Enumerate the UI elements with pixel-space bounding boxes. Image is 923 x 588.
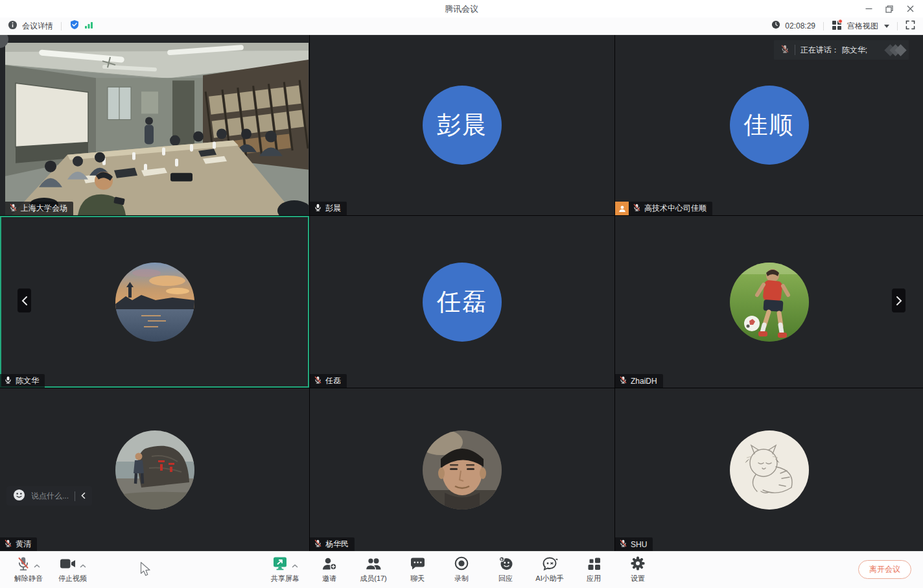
members-button[interactable]: 成员(17) [358,556,388,583]
network-signal-icon[interactable] [84,20,93,32]
avatar: 彭晨 [423,86,502,165]
mic-muted-icon [780,44,789,56]
tile-jiashun[interactable]: 佳顺 高技术中心司佳顺 [615,35,923,215]
view-mode-selector[interactable]: 宫格视图 [847,21,878,32]
tile-yanghuamin[interactable]: 杨华民 [310,388,614,551]
participant-name-tag: 上海大学会场 [5,202,73,215]
participant-name: 任磊 [325,375,341,386]
participant-name: 黄清 [16,539,31,550]
invite-person-icon [321,557,337,573]
mic-muted-icon [619,539,627,550]
minimize-button[interactable] [858,0,879,18]
participant-name-tag: 陈文华 [0,374,45,388]
share-screen-button[interactable]: 共享屏幕 [270,556,300,583]
tile-zhaidh[interactable]: ZhaiDH [615,216,923,388]
active-speaker-banner: 正在讲话： 陈文华; [774,40,909,60]
members-icon [365,557,382,573]
participant-name: 陈文华 [16,375,39,386]
invite-button[interactable]: 邀请 [314,556,344,583]
tile-pengchen[interactable]: 彭晨 彭晨 [310,35,614,215]
previous-page-arrow[interactable] [18,288,31,312]
participant-name: 高技术中心司佳顺 [644,203,707,214]
reaction-button[interactable]: 回应 [491,556,520,583]
divider [75,491,75,501]
chat-input-placeholder[interactable]: 说点什么... [31,491,69,502]
tile-shanghai-university[interactable]: 上海大学会场 [0,35,309,215]
meeting-header-bar: 会议详情 02:08:29 宫格视图 [0,18,923,35]
participant-name-tag: 任磊 [310,374,347,388]
grid-view-icon [832,19,843,32]
video-stage: 上海大学会场 彭晨 彭晨 佳顺 [0,35,923,551]
chat-bubble-icon [410,557,425,573]
participant-name-tag: 高技术中心司佳顺 [615,202,712,215]
mic-on-icon [4,375,12,386]
tile-huangqing[interactable]: 黄清 [0,388,309,551]
meeting-timer: 02:08:29 [785,21,815,30]
camera-icon [60,558,76,572]
participant-name-tag: ZhaiDH [615,374,663,388]
mic-muted-icon [619,375,627,386]
info-icon [8,20,18,32]
participant-name-tag: 黄清 [0,537,37,551]
participant-name-tag: SHU [615,537,653,551]
window-controls [858,0,920,18]
participant-name: SHU [631,540,647,549]
participant-grid: 上海大学会场 彭晨 彭晨 佳顺 [0,35,923,551]
record-button[interactable]: 录制 [447,556,476,583]
participant-name: 彭晨 [325,203,341,214]
divider [897,22,898,30]
chevron-down-icon[interactable] [884,25,889,28]
speaking-label: 正在讲话： [800,45,839,56]
ai-assistant-button[interactable]: AI小助手 [535,556,565,583]
close-icon[interactable] [900,0,920,18]
security-shield-icon[interactable] [69,19,80,32]
participant-name-tag: 彭晨 [310,202,347,215]
participant-name-tag: 杨华民 [310,537,355,551]
chat-button[interactable]: 聊天 [403,556,432,583]
stop-video-button[interactable]: 停止视频 [58,556,88,583]
collapse-chevron-icon[interactable] [81,490,86,502]
emoji-icon[interactable] [13,489,25,504]
divider [61,22,62,30]
maximize-button[interactable] [879,0,900,18]
tile-renlei[interactable]: 任磊 任磊 [310,216,614,388]
avatar [115,430,194,510]
mic-muted-icon [4,539,12,550]
leave-meeting-button[interactable]: 离开会议 [858,560,911,579]
app-title: 腾讯会议 [445,3,478,15]
divider [795,45,795,55]
participant-name: 上海大学会场 [21,203,67,214]
host-badge-icon [615,202,629,215]
next-page-arrow[interactable] [892,288,905,312]
apps-button[interactable]: 应用 [579,556,609,583]
tile-shu[interactable]: SHU [615,388,923,551]
avatar [730,263,809,342]
avatar: 佳顺 [730,86,809,165]
meeting-details-link[interactable]: 会议详情 [22,21,53,32]
tile-chenwenhua-active-speaker[interactable]: 陈文华 [0,216,309,388]
mic-muted-icon [633,203,641,214]
room-video-feed [5,43,309,215]
divider [823,22,824,30]
quick-chat-bar[interactable]: 说点什么... [6,486,92,506]
chevron-up-icon[interactable] [34,559,40,570]
participant-name: ZhaiDH [631,377,657,386]
ai-assistant-icon [542,557,558,573]
mic-muted-icon [314,539,322,550]
mic-on-icon [314,203,322,214]
apps-grid-icon [587,557,601,573]
participant-name: 杨华民 [325,539,349,550]
settings-button[interactable]: 设置 [623,556,653,583]
unmute-button[interactable]: 解除静音 [14,556,43,583]
share-screen-icon [272,556,288,574]
reaction-emoji-icon [498,556,513,573]
chevron-up-icon[interactable] [80,559,86,570]
clock-icon [771,20,780,32]
speaking-name: 陈文华; [842,45,867,56]
chevron-up-icon[interactable] [292,559,298,570]
fullscreen-icon[interactable] [905,20,915,32]
window-title-bar: 腾讯会议 [0,0,923,18]
bottom-toolbar: 解除静音 停止视频 共享屏幕 [0,551,923,588]
mic-muted-icon [9,203,18,214]
avatar [115,263,194,342]
